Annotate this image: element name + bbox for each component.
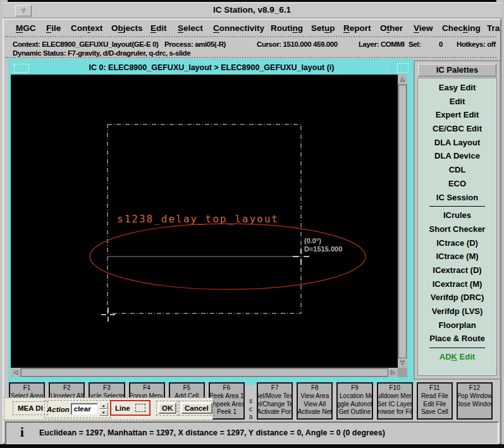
- layout-window-body: s1238_delay_top_layout (0.0°) D=1515.000…: [11, 75, 407, 377]
- window-title: IC Station, v8.9_6.1: [3, 5, 501, 15]
- palette-item-dla-layout[interactable]: DLA Layout: [418, 136, 496, 150]
- vertical-scrollbar-thumb[interactable]: [398, 85, 407, 358]
- palette-divider: [429, 348, 485, 348]
- measurement-annotation: (0.0°) D=1515.000: [304, 237, 342, 253]
- palette-item-icextract-m-[interactable]: ICextract (M): [418, 277, 496, 291]
- ic-palettes-panel: IC Palettes Easy EditEditExpert EditCE/C…: [414, 60, 501, 380]
- separator: [5, 57, 496, 58]
- fkey-modifier-letters: sca: [249, 382, 253, 420]
- menu-objects[interactable]: Objects: [111, 23, 143, 33]
- menu-tra[interactable]: Tra: [487, 23, 500, 33]
- palette-list: Easy EditEditExpert EditCE/CBC EditDLA L…: [417, 78, 497, 376]
- palette-item-place-route[interactable]: Place & Route: [418, 332, 496, 346]
- ok-button-wrap: OK: [156, 401, 178, 416]
- status-dynamic: Dynamic Status: F7-gravity, d/D-dragrule…: [13, 49, 190, 57]
- menu-edit[interactable]: Edit: [151, 23, 167, 33]
- scrollbar-corner: [398, 368, 407, 377]
- fkey-f9[interactable]: F9Set Location ModeToggle AutonotchGet O…: [336, 382, 372, 420]
- palette-item-dla-device[interactable]: DLA Device: [418, 149, 496, 163]
- palette-item-ic-session[interactable]: IC Session: [418, 191, 496, 205]
- palette-item-icextract-d-[interactable]: ICextract (D): [418, 263, 496, 277]
- action-spinner: ▲ ▼: [99, 403, 108, 416]
- app-panel: MGCFileContextObjectsEditSelectConnectiv…: [3, 18, 501, 444]
- menu-mgc[interactable]: MGC: [16, 23, 36, 33]
- angle-readout: (0.0°): [304, 237, 342, 245]
- layout-window: IC 0: ELEC8900_GEFUXU_layout > ELEC8900_…: [8, 59, 415, 385]
- window-frame-bottom: [0, 444, 504, 448]
- status-sel-value: 0: [439, 40, 443, 48]
- scroll-down-icon[interactable]: ▽: [398, 358, 407, 368]
- mea-di-button[interactable]: MEA DI: [13, 401, 48, 415]
- layout-window-title: IC 0: ELEC8900_GEFUXU_layout > ELEC8900_…: [11, 63, 412, 72]
- fkey-f11[interactable]: F11Read FileEdit FileSave Cell: [417, 382, 453, 420]
- fkey-f10[interactable]: F10Pulldown MenuSet IC LayerBrowse for F…: [377, 382, 413, 420]
- palette-item-verifdp-drc-[interactable]: Verifdp (DRC): [418, 291, 496, 305]
- cancel-button[interactable]: Cancel: [181, 403, 212, 414]
- palette-item-expert-edit[interactable]: Expert Edit: [418, 108, 496, 122]
- menu-context[interactable]: Context: [71, 23, 102, 33]
- minimize-icon[interactable]: :: [389, 63, 395, 72]
- ic-station-window: ▽ IC Station, v8.9_6.1 MGCFileContextObj…: [0, 0, 504, 448]
- line-style-group[interactable]: Line: [110, 400, 151, 416]
- measurement-text: Euclidean = 1297, Manhattan = 1297, X di…: [39, 428, 385, 437]
- palette-item-ictrace-m-[interactable]: ICtrace (M): [418, 250, 496, 263]
- palette-item-edit[interactable]: Edit: [418, 95, 496, 109]
- palette-item-floorplan[interactable]: Floorplan: [418, 318, 496, 332]
- separator: [5, 36, 496, 37]
- layout-window-titlebar[interactable]: IC 0: ELEC8900_GEFUXU_layout > ELEC8900_…: [11, 61, 412, 75]
- maximize-icon[interactable]: [397, 63, 409, 73]
- palette-item-verifdp-lvs-[interactable]: Verifdp (LVS): [418, 305, 496, 318]
- distance-readout: D=1515.000: [304, 245, 342, 253]
- spinner-up-icon[interactable]: ▲: [99, 403, 108, 409]
- menu-file[interactable]: File: [46, 23, 61, 33]
- cancel-button-wrap: Cancel: [179, 401, 214, 416]
- menu-routing[interactable]: Routing: [271, 23, 303, 33]
- menu-checking[interactable]: Checking: [442, 23, 481, 33]
- palette-item-ce-cbc-edit[interactable]: CE/CBC Edit: [418, 122, 496, 136]
- scroll-right-icon[interactable]: ▷: [388, 368, 398, 377]
- palette-item-short-checker[interactable]: Short Checker: [418, 222, 496, 236]
- menu-other[interactable]: Other: [380, 23, 403, 33]
- spinner-down-icon[interactable]: ▼: [99, 409, 108, 416]
- line-style-icon[interactable]: [135, 404, 145, 412]
- scroll-up-icon[interactable]: △: [398, 75, 407, 84]
- action-group: Action clear ▲ ▼: [44, 400, 111, 418]
- fkey-f12[interactable]: F12Pop WindowClose Window: [457, 382, 493, 420]
- message-bar: i Euclidean = 1297, Manhattan = 1297, X …: [5, 421, 499, 445]
- horizontal-scrollbar-thumb[interactable]: [21, 368, 388, 377]
- info-icon: i: [20, 425, 24, 440]
- cell-name-label: s1238_delay_top_layout: [117, 213, 279, 225]
- action-label: Action: [47, 406, 70, 413]
- menu-connectivity[interactable]: Connectivity: [213, 23, 264, 33]
- palette-item-icrules[interactable]: ICrules: [418, 209, 496, 222]
- fkey-f7[interactable]: F7Sel/Move TextSel/Change TextActivate P…: [257, 382, 293, 420]
- horizontal-scrollbar[interactable]: ◁ ▷: [11, 368, 398, 377]
- status-process: Process: ami05(-R): [164, 40, 226, 48]
- layout-canvas[interactable]: s1238_delay_top_layout (0.0°) D=1515.000: [11, 75, 398, 368]
- palette-item-eco[interactable]: ECO: [418, 177, 496, 191]
- palette-item-adk-edit[interactable]: ADK Edit: [418, 350, 496, 364]
- vertical-scrollbar[interactable]: △ ▽: [398, 75, 407, 368]
- palette-title: IC Palettes: [418, 64, 496, 76]
- palette-item-easy-edit[interactable]: Easy Edit: [418, 81, 496, 95]
- title-bar[interactable]: ▽ IC Station, v8.9_6.1: [3, 3, 501, 19]
- palette-item-cdl[interactable]: CDL: [418, 163, 496, 177]
- menu-report[interactable]: Report: [343, 23, 371, 33]
- status-hotkeys: Hotkeys: off: [457, 40, 496, 48]
- menu-bar: MGCFileContextObjectsEditSelectConnectiv…: [4, 23, 498, 37]
- menu-view[interactable]: View: [414, 23, 433, 33]
- palette-item-ictrace-d-[interactable]: ICtrace (D): [418, 236, 496, 250]
- palette-divider: [429, 206, 485, 207]
- scroll-left-icon[interactable]: ◁: [11, 368, 20, 377]
- start-crosshair: [101, 308, 115, 322]
- menu-setup[interactable]: Setup: [311, 23, 335, 33]
- status-layer: Layer: COMMI: [359, 40, 405, 48]
- measure-toolbar: MEA DI Action clear ▲ ▼ Line OK Cancel: [4, 397, 213, 420]
- ok-button[interactable]: OK: [158, 403, 176, 414]
- menu-select[interactable]: Select: [178, 23, 203, 33]
- status-context: Context: ELEC8900_GEFUXU_layout(GE-E 0): [13, 40, 158, 48]
- line-label: Line: [115, 404, 130, 412]
- status-cursor: Cursor: 1510.000 459.000: [257, 40, 338, 48]
- fkey-f8[interactable]: F8View AreaView AllActivate Net: [297, 382, 333, 420]
- action-value-field[interactable]: clear: [71, 403, 98, 415]
